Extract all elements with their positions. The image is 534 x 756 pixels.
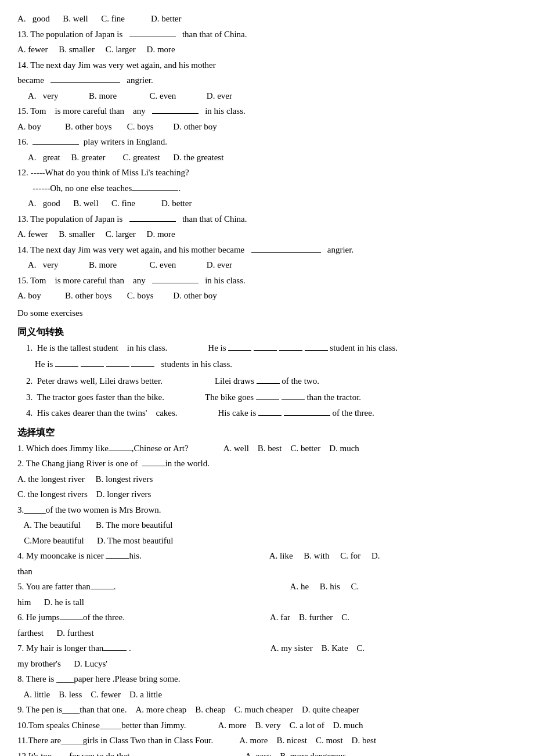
q5-text: 5. You are fatter than. xyxy=(17,579,116,595)
q4-extra: than xyxy=(17,564,517,579)
item-2-left: 2. Peter draws well, Lilei draws better. xyxy=(17,374,163,389)
q5-options: A. he B. his C. xyxy=(290,579,359,595)
q12-text: 12.It's too____for you to do that. xyxy=(17,749,132,756)
same-item-3: 3. The tractor goes faster than the bike… xyxy=(17,390,517,405)
q6-text: 6. He jumpsof the three. xyxy=(17,610,125,625)
q10-text: 10.Tom speaks Chinese_____better than Ji… xyxy=(17,718,186,733)
line: became angrier. xyxy=(17,73,517,88)
line: A. fewer B. smaller C. larger D. more xyxy=(17,42,517,57)
q6-options: A. far B. further C. xyxy=(270,610,349,625)
fill-item-12: 12.It's too____for you to do that. A. ea… xyxy=(17,749,517,756)
do-exercises: Do some exercises xyxy=(17,306,517,321)
fill-item-8-opts: A. little B. less C. fewer D. a little xyxy=(17,687,517,703)
block1: A. good B. well C. fine D. better 13. Th… xyxy=(17,12,517,304)
q12-options: A. easy B. more dangerous xyxy=(245,749,346,756)
fill-items: 1. Which does Jimmy like,Chinese or Art?… xyxy=(17,441,517,756)
fill-item-6: 6. He jumpsof the three. A. far B. furth… xyxy=(17,610,517,625)
fill-item-2: 2. The Chang jiang River is one of in th… xyxy=(17,456,517,471)
line: A. great B. greater C. greatest D. the g… xyxy=(17,150,517,165)
fill-item-4: 4. My mooncake is nicer his. A. like B. … xyxy=(17,549,517,564)
q11-text: 11.There are_____girls in Class Two than… xyxy=(17,733,213,748)
fill-item-11: 11.There are_____girls in Class Two than… xyxy=(17,733,517,748)
q4-text: 4. My mooncake is nicer his. xyxy=(17,549,142,564)
fill-item-5: 5. You are fatter than. A. he B. his C. xyxy=(17,579,517,595)
line indent: A. very B. more C. even D. ever xyxy=(17,89,517,104)
fill-section-title: 选择填空 xyxy=(17,424,517,440)
q7-extra: my brother's D. Lucys' xyxy=(17,657,517,672)
same-items: 1. He is the tallest student in his clas… xyxy=(17,341,517,421)
fill-item-3: 3._____of the two women is Mrs Brown. xyxy=(17,503,517,518)
item-4-left: 4. His cakes dearer than the twins' cake… xyxy=(17,406,178,421)
fill-item-3-opts-b: C.More beautiful D. The most beautiful xyxy=(17,534,517,549)
fill-item-8: 8. There is ____paper here .Please bring… xyxy=(17,672,517,687)
line: A. very B. more C. even D. ever xyxy=(17,258,517,273)
line: 13. The population of Japan is than that… xyxy=(17,212,517,227)
fill-item-3-opts-a: A. The beautiful B. The more beautiful xyxy=(17,518,517,533)
q11-options: A. more B. nicest C. most D. best xyxy=(239,733,376,748)
fill-item-2-opts-a: A. the longest river B. longest rivers xyxy=(17,472,517,487)
line: A. fewer B. smaller C. larger D. more xyxy=(17,227,517,242)
line: A. boy B. other boys C. boys D. other bo… xyxy=(17,120,517,135)
same-section-title: 同义句转换 xyxy=(17,324,517,340)
same-item-1-sub: He is students in his class. xyxy=(17,357,517,372)
item-3-right: The bike goes than the tractor. xyxy=(205,390,361,405)
item-3-left: 3. The tractor goes faster than the bike… xyxy=(17,390,164,405)
same-item-2: 2. Peter draws well, Lilei draws better.… xyxy=(17,374,517,389)
item-2-right: Lilei draws of the two. xyxy=(215,374,319,389)
same-item-4: 4. His cakes dearer than the twins' cake… xyxy=(17,406,517,421)
q9-text: 9. The pen is____than that one. xyxy=(17,703,127,718)
line: 13. The population of Japan is than that… xyxy=(17,27,517,42)
item-4-right: His cake is of the three. xyxy=(218,406,374,421)
fill-item-9: 9. The pen is____than that one. A. more … xyxy=(17,703,517,718)
q4-options: A. like B. with C. for D. xyxy=(269,549,380,564)
line: 14. The next day Jim was very wet again,… xyxy=(17,243,517,258)
q9-options: A. more cheap B. cheap C. much cheaper D… xyxy=(135,703,359,718)
line: A. boy B. other boys C. boys D. other bo… xyxy=(17,289,517,304)
q6-extra: farthest D. furthest xyxy=(17,626,517,641)
line: 16. play writers in England. xyxy=(17,135,517,150)
q7-text: 7. My hair is longer than . xyxy=(17,641,131,656)
fill-item-1: 1. Which does Jimmy like,Chinese or Art?… xyxy=(17,441,517,456)
item-1-left: 1. He is the tallest student in his clas… xyxy=(17,341,167,356)
line: 14. The next day Jim was very wet again,… xyxy=(17,58,517,73)
fill-item-2-opts-b: C. the longest rivers D. longer rivers xyxy=(17,487,517,502)
line: 12. -----What do you think of Miss Li's … xyxy=(17,165,517,181)
q1-text: 1. Which does Jimmy like,Chinese or Art? xyxy=(17,441,189,456)
same-item-1: 1. He is the tallest student in his clas… xyxy=(17,341,517,356)
line: A. good B. well C. fine D. better xyxy=(17,196,517,211)
line: A. good B. well C. fine D. better xyxy=(17,12,517,27)
q7-options: A. my sister B. Kate C. xyxy=(270,641,365,656)
fill-item-10: 10.Tom speaks Chinese_____better than Ji… xyxy=(17,718,517,733)
item-1-right: He is student in his class. xyxy=(208,341,398,356)
fill-item-7: 7. My hair is longer than . A. my sister… xyxy=(17,641,517,656)
line: 15. Tom is more careful than any in his … xyxy=(17,273,517,289)
page-content: A. good B. well C. fine D. better 13. Th… xyxy=(17,12,517,756)
q1-options: A. well B. best C. better D. much xyxy=(223,441,359,456)
q5-extra: him D. he is tall xyxy=(17,595,517,610)
q10-options: A. more B. very C. a lot of D. much xyxy=(218,718,363,733)
line: 15. Tom is more careful than any in his … xyxy=(17,104,517,119)
line: ------Oh, no one else teaches. xyxy=(17,181,517,196)
